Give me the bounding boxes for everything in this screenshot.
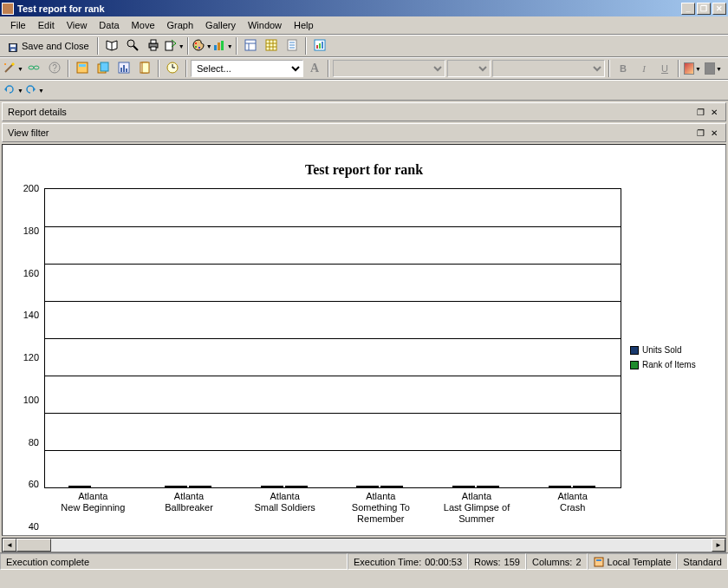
notes-button[interactable] xyxy=(135,59,154,78)
status-template: Local Template xyxy=(588,553,678,570)
svg-rect-31 xyxy=(322,42,323,49)
toolbar-main: Save and Close ▼ ▼ ▼ xyxy=(0,35,728,57)
window-title: Test report for rank xyxy=(17,3,679,14)
select-dropdown[interactable]: Select... xyxy=(191,60,303,77)
panel-report-details[interactable]: Report details ❐ ✕ xyxy=(2,102,726,121)
clock-icon xyxy=(166,61,179,76)
svg-rect-13 xyxy=(214,45,217,50)
view-grid-button[interactable] xyxy=(262,36,281,56)
x-tick-label: Atlanta Last Glimpse of Summer xyxy=(444,487,510,526)
status-columns: Columns: 2 xyxy=(526,553,588,570)
y-tick-label: 40 xyxy=(29,521,39,532)
redo-button[interactable]: ▼ xyxy=(24,81,43,100)
svg-line-5 xyxy=(133,46,138,50)
menu-window[interactable]: Window xyxy=(243,18,287,32)
panel-restore-icon[interactable]: ❐ xyxy=(694,106,706,118)
chart-body: 406080100120140160180200 Atlanta New Beg… xyxy=(11,188,717,526)
open-book-button[interactable] xyxy=(102,36,121,56)
palette-button[interactable]: ▼ xyxy=(192,36,211,56)
bar-chart-icon xyxy=(117,61,131,76)
font-family-select[interactable] xyxy=(333,60,445,77)
legend-label: Rank of Items xyxy=(642,360,696,369)
window-controls: _ ❐ ✕ xyxy=(679,3,726,15)
y-tick-label: 200 xyxy=(23,183,39,193)
svg-rect-46 xyxy=(126,69,127,72)
maximize-button[interactable]: ❐ xyxy=(697,3,711,15)
link-button[interactable] xyxy=(24,59,43,78)
svg-marker-52 xyxy=(4,87,7,92)
legend-swatch xyxy=(630,361,639,369)
svg-point-4 xyxy=(127,40,134,47)
fill-color-button[interactable]: ▼ xyxy=(683,59,702,78)
menu-graph[interactable]: Graph xyxy=(162,18,199,32)
svg-point-36 xyxy=(34,66,39,69)
y-tick-label: 180 xyxy=(23,225,39,236)
help-button[interactable]: ? xyxy=(45,59,64,78)
y-tick-label: 120 xyxy=(23,352,39,363)
menu-edit[interactable]: Edit xyxy=(33,18,60,32)
template-icon xyxy=(594,557,604,567)
sheet2-button[interactable] xyxy=(94,59,113,78)
sheet1-button[interactable] xyxy=(73,59,92,78)
panel-close-icon[interactable]: ✕ xyxy=(708,127,720,139)
panel-view-filter[interactable]: View filter ❐ ✕ xyxy=(2,123,726,142)
svg-point-10 xyxy=(195,42,197,44)
underline-button[interactable]: U xyxy=(655,59,674,78)
font-size-select[interactable] xyxy=(447,60,491,77)
menu-gallery[interactable]: Gallery xyxy=(200,18,241,32)
undo-button[interactable]: ▼ xyxy=(3,81,23,100)
scroll-right-button[interactable]: ► xyxy=(712,539,725,552)
italic-button[interactable]: I xyxy=(634,59,653,78)
view-form-button[interactable] xyxy=(241,36,260,56)
y-tick-label: 80 xyxy=(29,437,39,448)
svg-rect-19 xyxy=(266,40,276,50)
horizontal-scrollbar[interactable]: ◄ ► xyxy=(2,538,726,552)
toolbar-undo: ▼ ▼ xyxy=(0,80,728,101)
wizard-button[interactable]: ▼ xyxy=(3,59,23,78)
sheet-icon xyxy=(75,61,89,76)
save-and-close-button[interactable]: Save and Close xyxy=(3,36,94,56)
export-button[interactable]: ▼ xyxy=(165,36,184,56)
close-button[interactable]: ✕ xyxy=(712,3,726,15)
gallery-button[interactable]: ▼ xyxy=(213,36,232,56)
menu-view[interactable]: View xyxy=(62,18,93,32)
chart-type-button[interactable] xyxy=(114,59,133,78)
find-button[interactable] xyxy=(123,36,142,56)
svg-rect-7 xyxy=(151,40,156,43)
menu-move[interactable]: Move xyxy=(127,18,160,32)
scroll-track[interactable] xyxy=(16,539,712,552)
toolbar-separator xyxy=(608,60,610,77)
x-tick-label: Atlanta Ballbreaker xyxy=(165,487,213,513)
svg-point-35 xyxy=(29,66,34,69)
svg-rect-45 xyxy=(123,65,125,72)
page-icon xyxy=(285,38,299,54)
x-tick-label: Atlanta Crash xyxy=(558,487,588,513)
view-page-button[interactable] xyxy=(283,36,302,56)
svg-rect-15 xyxy=(221,41,224,50)
svg-rect-1 xyxy=(10,44,16,47)
undo-icon xyxy=(3,82,16,98)
svg-point-34 xyxy=(4,63,6,65)
refresh-button[interactable] xyxy=(310,36,329,56)
form-icon xyxy=(244,38,257,54)
scroll-left-button[interactable]: ◄ xyxy=(3,539,16,552)
save-and-close-label: Save and Close xyxy=(22,41,89,51)
clock-button[interactable] xyxy=(163,59,182,78)
chart-plot[interactable]: Atlanta New BeginningAtlanta Ballbreaker… xyxy=(44,188,621,488)
bold-button[interactable]: B xyxy=(614,59,633,78)
panel-close-icon[interactable]: ✕ xyxy=(708,106,720,118)
font-color-button[interactable]: A xyxy=(305,59,324,78)
toolbar-separator xyxy=(305,37,307,55)
status-exec-time: Execution Time: 00:00:53 xyxy=(348,553,468,570)
minimize-button[interactable]: _ xyxy=(681,3,695,15)
print-button[interactable] xyxy=(144,36,163,56)
menu-data[interactable]: Data xyxy=(94,18,124,32)
menu-file[interactable]: File xyxy=(5,18,31,32)
style-select[interactable] xyxy=(492,60,605,77)
scroll-thumb[interactable] xyxy=(16,539,51,552)
svg-line-32 xyxy=(5,64,13,72)
panel-restore-icon[interactable]: ❐ xyxy=(694,127,706,139)
bg-color-button[interactable]: ▼ xyxy=(704,59,723,78)
gridline xyxy=(45,450,621,451)
menu-help[interactable]: Help xyxy=(289,18,319,32)
